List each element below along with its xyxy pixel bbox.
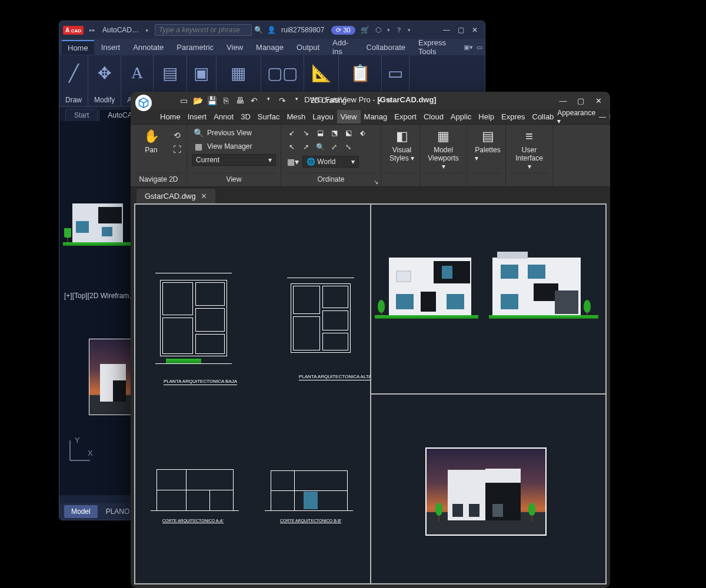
text-icon: A bbox=[131, 59, 143, 87]
menu-home[interactable]: Home bbox=[156, 110, 184, 123]
help-icon[interactable]: ？ bbox=[394, 25, 404, 35]
minimize-button[interactable]: — bbox=[555, 93, 571, 108]
palettes-button[interactable]: ▤Palettes▾ bbox=[472, 127, 504, 163]
doc-minimize-button[interactable]: — bbox=[599, 113, 606, 121]
viewport-right[interactable]: PLANTA ARQUITECTONICA BAJA PLANTA ARQUIT… bbox=[135, 204, 371, 584]
view-manager-button[interactable]: ▦View Manager bbox=[192, 141, 276, 152]
menu-home[interactable]: Home bbox=[62, 40, 94, 55]
panel-launcher-icon[interactable]: ↘ bbox=[374, 179, 378, 185]
menu-3d[interactable]: 3D bbox=[237, 110, 254, 123]
menu-express[interactable]: Express Tools bbox=[412, 36, 462, 58]
trial-timer[interactable]: ⟳30 bbox=[331, 26, 355, 35]
chevron-right-icon[interactable]: ▸ bbox=[146, 27, 149, 33]
ucs-tool-icon[interactable]: ↘ bbox=[300, 127, 312, 139]
chevron-down-icon[interactable]: ▾ bbox=[387, 27, 390, 33]
viewport-label[interactable]: [+][Top][2D Wirefram… bbox=[64, 292, 136, 300]
menu-insert[interactable]: Insert bbox=[184, 110, 211, 123]
close-tab-icon[interactable]: ✕ bbox=[201, 192, 207, 201]
ucs-icon-button[interactable]: ▦▾ bbox=[286, 156, 299, 168]
redo-icon[interactable]: ↷ bbox=[278, 96, 287, 105]
autocad-search[interactable] bbox=[155, 24, 252, 36]
menu-manage[interactable]: Manag bbox=[361, 110, 391, 123]
search-input[interactable] bbox=[155, 24, 252, 36]
doc-restore-button[interactable]: ❐ bbox=[610, 113, 610, 121]
file-tab-gstar[interactable]: GstarCAD.dwg ✕ bbox=[136, 189, 215, 203]
new-icon[interactable]: ▭ bbox=[179, 96, 188, 105]
ribbon-minimize-icon[interactable]: ▭ bbox=[477, 44, 482, 51]
close-button[interactable]: ✕ bbox=[468, 25, 481, 35]
viewport-top-left[interactable] bbox=[371, 204, 607, 394]
ucs-tool-icon[interactable]: ⤡ bbox=[342, 141, 354, 153]
ucs-tool-icon[interactable]: ⤢ bbox=[328, 141, 340, 153]
ucs-tool-icon[interactable]: ↖ bbox=[286, 141, 298, 153]
cart-icon[interactable]: 🛒 bbox=[360, 26, 371, 34]
model-viewports-button[interactable]: ▦Model Viewports ▾ bbox=[425, 127, 462, 172]
chevron-down-icon[interactable]: ▾ bbox=[292, 96, 301, 105]
chevron-down-icon[interactable]: ▾ bbox=[264, 96, 273, 105]
minimize-button[interactable]: — bbox=[440, 25, 453, 35]
block-icon: ▣ bbox=[194, 59, 209, 87]
menu-view[interactable]: View bbox=[337, 110, 361, 123]
ucs-icon[interactable]: YX bbox=[66, 436, 95, 466]
status-tab-model[interactable]: Model bbox=[64, 505, 98, 518]
gstarcad-logo[interactable] bbox=[135, 95, 152, 111]
save-icon[interactable]: 💾 bbox=[207, 96, 217, 105]
chevron-down-icon[interactable]: ▾ bbox=[408, 27, 411, 33]
saveas-icon[interactable]: ⎘ bbox=[221, 96, 231, 105]
menu-annotate[interactable]: Annotate bbox=[127, 41, 169, 54]
open-icon[interactable]: 📂 bbox=[193, 96, 202, 105]
ucs-tool-icon[interactable]: ↗ bbox=[300, 141, 312, 153]
appearance-dropdown[interactable]: Appearance ▾ bbox=[557, 109, 595, 125]
ucs-tool-icon[interactable]: ⬕ bbox=[342, 127, 354, 139]
ribbon-draw-panel[interactable]: ╱Draw bbox=[59, 55, 88, 106]
undo-icon[interactable]: ↶ bbox=[249, 96, 259, 105]
visual-styles-button[interactable]: ◧Visual Styles ▾ bbox=[386, 127, 418, 163]
ucs-tool-icon[interactable]: 🔍 bbox=[314, 141, 326, 153]
drawing-section-a: CORTE ARQUITECTONICO A-A' bbox=[145, 457, 245, 528]
ucs-tool-icon[interactable]: ⬔ bbox=[328, 127, 340, 139]
print-icon[interactable]: 🖶 bbox=[235, 96, 245, 105]
maximize-button[interactable]: ▢ bbox=[572, 93, 589, 108]
menu-parametric[interactable]: Parametric bbox=[171, 41, 219, 54]
menu-export[interactable]: Export bbox=[391, 110, 420, 123]
view-current-dropdown[interactable]: Current▾ bbox=[192, 154, 276, 166]
menu-layout[interactable]: Layou bbox=[309, 110, 337, 123]
file-tab-start[interactable]: Start bbox=[65, 109, 98, 121]
menu-help[interactable]: Help bbox=[475, 110, 498, 123]
menu-output[interactable]: Output bbox=[291, 41, 325, 54]
move-icon: ✥ bbox=[98, 59, 111, 87]
orbit-button[interactable]: ⟲ bbox=[171, 129, 184, 141]
chevron-right-icon[interactable]: ▸▸ bbox=[89, 27, 95, 33]
overflow-icon[interactable]: ▣▾ bbox=[464, 44, 473, 51]
maximize-button[interactable]: ▢ bbox=[454, 25, 467, 35]
previous-view-button[interactable]: 🔍Previous View bbox=[192, 127, 276, 139]
menu-collab[interactable]: Collab bbox=[529, 110, 558, 123]
menu-view[interactable]: View bbox=[221, 41, 249, 54]
autocad-username[interactable]: rui827589807 bbox=[281, 26, 324, 34]
layers-icon: ▤ bbox=[162, 59, 178, 87]
zoom-extents-button[interactable]: ⛶ bbox=[171, 143, 184, 155]
ucs-tool-icon[interactable]: ⬓ bbox=[314, 127, 326, 139]
menu-surface[interactable]: Surfac bbox=[254, 110, 284, 123]
autodesk-icon[interactable]: ⬡ bbox=[373, 26, 384, 34]
menu-cloud[interactable]: Cloud bbox=[420, 110, 447, 123]
gstar-canvas: PLANTA ARQUITECTONICA BAJA PLANTA ARQUIT… bbox=[134, 203, 607, 584]
search-icon[interactable]: 🔍 bbox=[253, 26, 264, 34]
visual-styles-icon: ◧ bbox=[396, 128, 408, 145]
viewport-bottom-left[interactable] bbox=[371, 394, 607, 584]
ribbon-modify-panel[interactable]: ✥Modify bbox=[88, 55, 121, 106]
menu-express[interactable]: Expres bbox=[498, 110, 528, 123]
menu-annot[interactable]: Annot bbox=[210, 110, 237, 123]
ucs-tool-icon[interactable]: ⬖ bbox=[357, 127, 368, 139]
user-interface-button[interactable]: ≡User Interface ▾ bbox=[511, 127, 548, 172]
pan-button[interactable]: ✋ Pan bbox=[135, 127, 167, 155]
menu-collaborate[interactable]: Collaborate bbox=[361, 41, 412, 54]
menu-mesh[interactable]: Mesh bbox=[283, 110, 309, 123]
close-button[interactable]: ✕ bbox=[590, 93, 607, 108]
menu-applic[interactable]: Applic bbox=[447, 110, 475, 123]
ucs-world-dropdown[interactable]: 🌐 World▾ bbox=[302, 156, 359, 168]
user-icon[interactable]: 👤 bbox=[266, 26, 277, 34]
menu-manage[interactable]: Manage bbox=[250, 41, 289, 54]
ucs-tool-icon[interactable]: ↙ bbox=[286, 127, 298, 139]
menu-insert[interactable]: Insert bbox=[95, 41, 126, 54]
